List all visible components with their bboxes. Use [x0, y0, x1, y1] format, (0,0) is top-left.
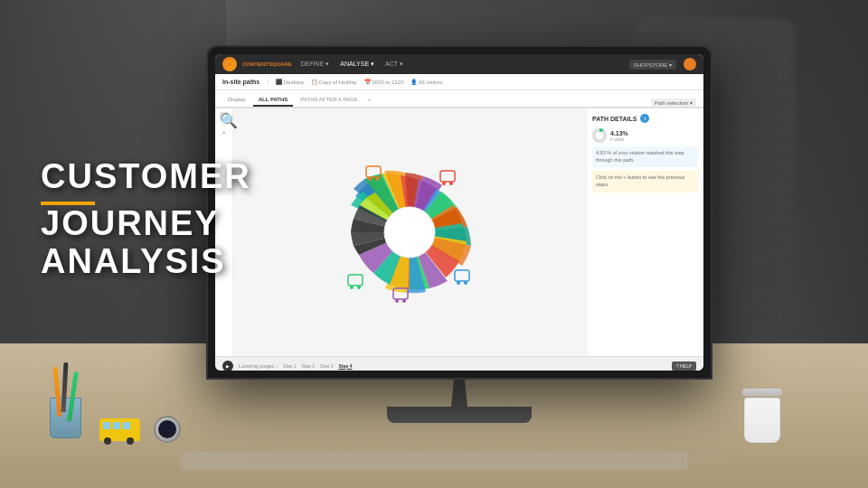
bus-window-3 [123, 422, 130, 429]
svg-point-10 [350, 286, 354, 289]
step-4[interactable]: Step 4 [338, 363, 352, 369]
breadcrumb-copy[interactable]: 📋 Copy of Holiday [311, 79, 357, 85]
hero-line3: ANALYSIS [41, 243, 251, 281]
toy-bus [99, 418, 140, 441]
nav-analyse[interactable]: ANALYSE ▾ [340, 61, 374, 68]
subnav: In-site paths | ⬛ Desktop 📋 Copy of Holi… [215, 74, 703, 90]
monitor: CONTENTSQUARE DEFINE ▾ ANALYSE ▾ ACT ▾ S… [206, 45, 712, 380]
monitor-container: CONTENTSQUARE DEFINE ▾ ANALYSE ▾ ACT ▾ S… [206, 45, 712, 423]
coffee-lid [742, 389, 782, 396]
radial-chart [319, 142, 500, 323]
svg-rect-3 [440, 171, 455, 182]
help-button[interactable]: ? HELP [672, 361, 696, 371]
path-selection-btn[interactable]: Path selection ▾ [651, 99, 696, 107]
user-avatar[interactable] [684, 58, 696, 70]
stat-percentage: 4.13% [610, 130, 628, 136]
topbar: CONTENTSQUARE DEFINE ▾ ANALYSE ▾ ACT ▾ S… [215, 54, 703, 74]
watch-display [158, 420, 176, 438]
topbar-right: SHOPSTORE ▾ [629, 58, 696, 70]
steps-nav: Step 1 Step 2 Step 3 Step 4 [283, 363, 352, 369]
tab-add[interactable]: + [364, 93, 374, 107]
svg-point-14 [402, 299, 406, 303]
panel-hint: Click on the + button to see the previou… [592, 171, 698, 192]
step-3[interactable]: Step 3 [320, 363, 333, 369]
cart-icon-top [440, 171, 455, 185]
hero-line1: CUSTOMER [41, 158, 251, 196]
svg-point-17 [375, 177, 379, 181]
search-icon[interactable]: 🔍 [220, 112, 229, 121]
monitor-neck [446, 380, 473, 407]
panel-info-badge[interactable]: i [640, 114, 649, 123]
svg-rect-6 [455, 270, 469, 281]
stat-donut-chart [592, 128, 607, 143]
svg-point-5 [449, 182, 453, 185]
stat-label: # visits [610, 136, 628, 142]
coffee-cup [744, 389, 782, 443]
cart-icon-right [455, 270, 469, 285]
tab-all-paths[interactable]: ALL PATHS [253, 94, 294, 107]
brand-name: CONTENTSQUARE [242, 61, 292, 67]
breadcrumb-desktop[interactable]: ⬛ Desktop [276, 79, 304, 85]
bus-wheel-1 [104, 437, 111, 445]
nav-define[interactable]: DEFINE ▾ [301, 61, 330, 68]
svg-point-2 [384, 207, 435, 258]
right-panel: PATH DETAILS i [586, 108, 703, 356]
tabs-row: Display ALL PATHS PATHS AFTER A PAGE + P… [215, 90, 703, 108]
top-nav: DEFINE ▾ ANALYSE ▾ ACT ▾ [301, 61, 403, 68]
screen-content: 🔍 ● [215, 108, 703, 356]
bus-body [99, 418, 140, 441]
pencil-cup [50, 398, 81, 438]
svg-point-11 [357, 286, 361, 289]
store-selector[interactable]: SHOPSTORE ▾ [629, 60, 676, 70]
watch-face [154, 416, 181, 443]
svg-point-13 [395, 299, 399, 303]
step-1[interactable]: Step 1 [283, 363, 296, 369]
bus-window-2 [113, 422, 120, 429]
watch [154, 416, 181, 443]
brand-logo [222, 57, 237, 71]
chart-area [233, 108, 586, 356]
monitor-screen: CONTENTSQUARE DEFINE ▾ ANALYSE ▾ ACT ▾ S… [215, 54, 703, 371]
svg-point-1 [228, 62, 231, 66]
visitors-filter[interactable]: 👤 All visitors [410, 79, 442, 85]
date-range[interactable]: 📅 2020 to 2120 [364, 79, 404, 85]
svg-point-7 [457, 281, 460, 285]
bus-wheel-2 [127, 437, 134, 445]
nav-act[interactable]: ACT ▾ [385, 61, 403, 68]
cup-body [50, 398, 81, 438]
bus-window-1 [103, 422, 110, 429]
bottombar: ▶ Landing pages › Step 1 Step 2 Step 3 S… [215, 356, 703, 371]
panel-title: PATH DETAILS i [592, 114, 698, 123]
sidebar-dot: ● [222, 129, 225, 135]
keyboard [181, 452, 687, 470]
scene: CUSTOMER JOURNEY ANALYSIS CONTENTSQUARE [0, 0, 868, 488]
svg-point-8 [464, 281, 467, 285]
svg-point-16 [368, 177, 372, 181]
hero-line2: JOURNEY [41, 205, 251, 243]
hero-text-block: CUSTOMER JOURNEY ANALYSIS [41, 158, 251, 280]
svg-point-20 [596, 132, 603, 139]
cart-icon-left [348, 275, 363, 289]
monitor-base [387, 407, 532, 423]
step-2[interactable]: Step 2 [302, 363, 315, 369]
coffee-body [744, 398, 780, 443]
tab-paths-after[interactable]: PATHS AFTER A PAGE [295, 94, 363, 107]
page-title: In-site paths [222, 79, 259, 85]
sidebar-divider [221, 125, 228, 126]
svg-rect-9 [348, 275, 363, 286]
tab-display[interactable]: Display [222, 94, 251, 107]
panel-description: 4.93 % of your visitors reached this ste… [592, 146, 698, 167]
landing-pages-label: Landing pages › [239, 363, 278, 369]
stat-row: 4.13% # visits [592, 128, 698, 143]
play-button[interactable]: ▶ [222, 361, 233, 371]
svg-point-4 [442, 182, 446, 185]
